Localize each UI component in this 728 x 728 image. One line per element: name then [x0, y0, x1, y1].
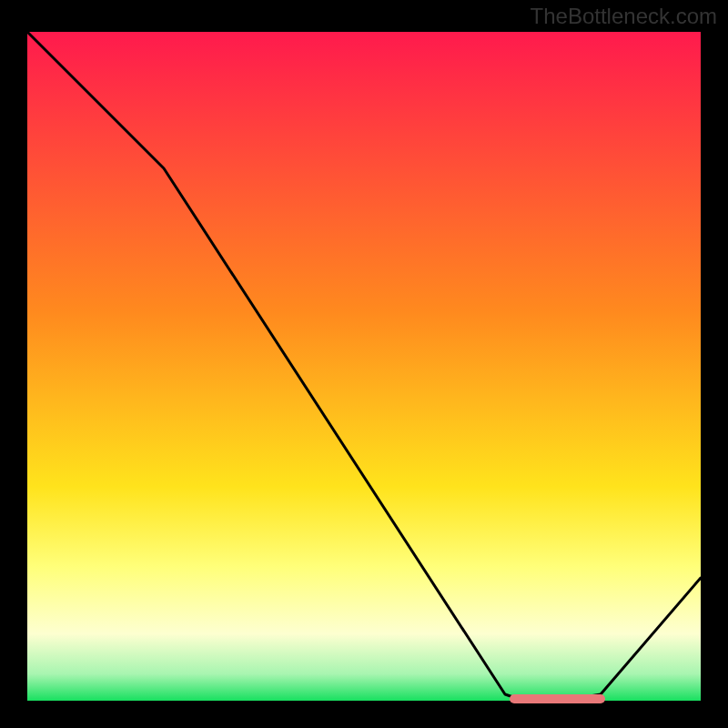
bottleneck-plot [0, 0, 728, 728]
watermark-text: TheBottleneck.com [531, 4, 717, 29]
chart-container: TheBottleneck.com [0, 0, 728, 728]
